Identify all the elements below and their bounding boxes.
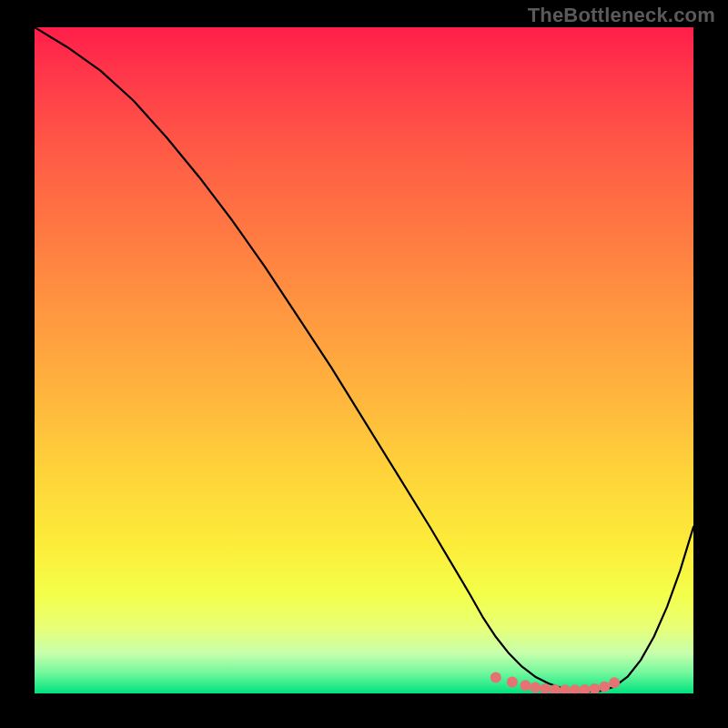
marker-dot (589, 683, 600, 693)
marker-dot (490, 672, 501, 682)
marker-dot (580, 684, 591, 693)
marker-dot (599, 682, 610, 693)
marker-dot (520, 680, 531, 691)
marker-dot (550, 684, 561, 693)
marker-dot (530, 682, 541, 693)
plot-svg (35, 27, 693, 693)
marker-dot (609, 677, 620, 688)
plot-area (35, 27, 693, 693)
watermark-text: TheBottleneck.com (528, 4, 715, 27)
chart-container: TheBottleneck.com (0, 0, 728, 728)
marker-dot (570, 684, 581, 693)
marker-dot (560, 684, 571, 693)
marker-dots (490, 672, 620, 693)
marker-dot (540, 683, 551, 693)
curve-line (35, 27, 693, 692)
marker-dot (507, 677, 518, 688)
curve-path (35, 27, 693, 692)
